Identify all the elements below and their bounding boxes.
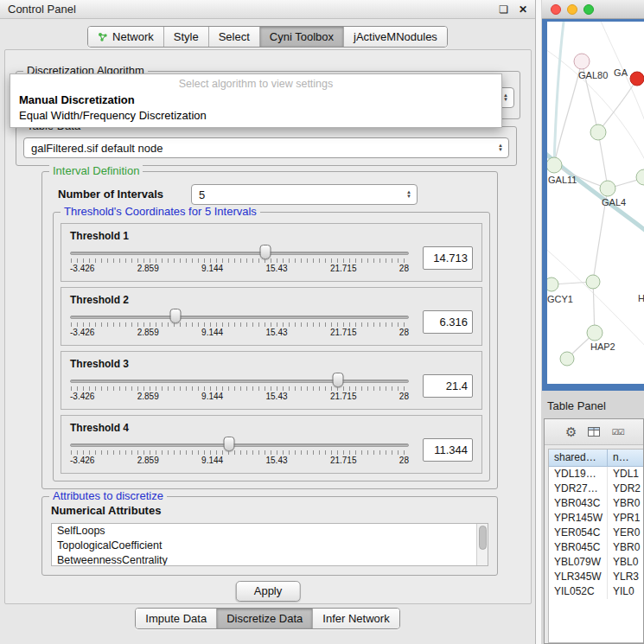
tab-select[interactable]: Select bbox=[209, 27, 260, 47]
tab-discretize-data[interactable]: Discretize Data bbox=[217, 609, 313, 628]
network-node[interactable] bbox=[600, 181, 615, 196]
dropdown-option-manual-discretization[interactable]: Manual Discretization bbox=[10, 92, 501, 108]
close-icon[interactable]: ✕ bbox=[519, 3, 527, 16]
threshold-3-value-input[interactable] bbox=[423, 374, 473, 398]
list-scrollbar[interactable] bbox=[476, 524, 488, 565]
slider-track[interactable] bbox=[70, 252, 409, 255]
table-data-value: galFiltered.sif default node bbox=[31, 142, 496, 155]
apply-button[interactable]: Apply bbox=[236, 581, 301, 602]
slider-thumb[interactable] bbox=[223, 437, 234, 451]
table-row[interactable]: YIL052CYIL0 bbox=[549, 584, 643, 599]
table-cell[interactable]: YDL19… bbox=[549, 467, 608, 481]
table-row[interactable]: YDR27…YDR2 bbox=[549, 481, 643, 496]
table-cell[interactable]: YBR045C bbox=[549, 540, 608, 555]
table-cell[interactable]: YBL079W bbox=[549, 555, 608, 570]
threshold-label: Threshold 4 bbox=[61, 416, 481, 434]
network-node[interactable] bbox=[574, 54, 590, 69]
scale-label: 21.715 bbox=[330, 456, 357, 465]
network-node[interactable] bbox=[547, 277, 558, 291]
threshold-2-value-input[interactable] bbox=[423, 310, 473, 334]
table-data-combobox[interactable]: galFiltered.sif default node ▲▼ bbox=[23, 137, 509, 158]
table-row[interactable]: YBR045CYBR0 bbox=[549, 540, 643, 555]
threshold-1-slider[interactable]: -3.4262.8599.14415.4321.71528 bbox=[70, 245, 409, 276]
table-cell[interactable]: YPR1 bbox=[608, 511, 643, 526]
dropdown-option-equal-width-frequency[interactable]: Equal Width/Frequency Discretization bbox=[10, 108, 501, 124]
number-of-intervals-combobox[interactable]: 5 ▲▼ bbox=[191, 184, 418, 205]
table-cell[interactable]: YDR2 bbox=[608, 481, 643, 496]
network-node[interactable] bbox=[587, 325, 603, 341]
zoom-button[interactable] bbox=[583, 4, 594, 15]
network-node[interactable] bbox=[636, 169, 644, 185]
columns-icon[interactable] bbox=[588, 424, 600, 440]
select-columns-icon[interactable]: ☑☑ bbox=[611, 428, 623, 437]
list-item[interactable]: SelfLoops bbox=[52, 524, 488, 539]
table-cell[interactable]: YER0 bbox=[608, 526, 643, 540]
network-node[interactable] bbox=[560, 352, 574, 366]
slider-ticks bbox=[71, 258, 408, 263]
scale-label: 28 bbox=[399, 456, 409, 465]
close-button[interactable] bbox=[551, 4, 561, 15]
table-panel-title: Table Panel bbox=[547, 399, 606, 412]
slider-thumb[interactable] bbox=[260, 245, 271, 259]
table-row[interactable]: YER054CYER0 bbox=[549, 526, 643, 540]
slider-ticks bbox=[71, 322, 408, 327]
slider-thumb[interactable] bbox=[169, 309, 181, 323]
table-row[interactable]: YBR043CYBR0 bbox=[549, 496, 643, 511]
table-cell[interactable]: YBR043C bbox=[549, 496, 608, 511]
table-cell[interactable]: YBR0 bbox=[608, 540, 643, 555]
tab-jactivemnodules[interactable]: jActiveMNodules bbox=[344, 27, 447, 47]
scale-label: 21.715 bbox=[330, 264, 357, 273]
list-item[interactable]: BetweennessCentrality bbox=[52, 553, 488, 566]
table-row[interactable]: YPR145WYPR1 bbox=[549, 511, 643, 526]
scale-label: 9.144 bbox=[201, 392, 223, 401]
table-row[interactable]: YBL079WYBL0 bbox=[549, 555, 643, 570]
tab-network[interactable]: Network bbox=[88, 27, 164, 47]
column-header-shared-name[interactable]: shared… bbox=[549, 450, 608, 466]
table-cell[interactable]: YDR27… bbox=[549, 481, 608, 496]
slider-track[interactable] bbox=[70, 316, 409, 319]
tab-label: Infer Network bbox=[322, 612, 389, 625]
minimize-button[interactable] bbox=[567, 4, 577, 15]
tab-impute-data[interactable]: Impute Data bbox=[136, 609, 217, 628]
number-of-intervals-label: Number of Intervals bbox=[58, 188, 163, 201]
list-item[interactable]: TopologicalCoefficient bbox=[52, 539, 488, 553]
table-cell[interactable]: YLR345W bbox=[549, 570, 608, 584]
scale-label: 2.859 bbox=[137, 264, 159, 273]
slider-track[interactable] bbox=[70, 443, 409, 447]
table-cell[interactable]: YBR0 bbox=[608, 496, 643, 511]
table-cell[interactable]: YPR145W bbox=[549, 511, 608, 526]
interval-definition-group: Interval Definition Number of Intervals … bbox=[41, 171, 498, 489]
tab-style[interactable]: Style bbox=[164, 27, 209, 47]
threshold-1-value-input[interactable] bbox=[423, 246, 473, 270]
tab-cyni-toolbox[interactable]: Cyni Toolbox bbox=[260, 27, 344, 47]
table-cell[interactable]: YBL0 bbox=[608, 555, 643, 570]
gear-icon[interactable]: ⚙ bbox=[565, 425, 577, 438]
network-window-titlebar bbox=[542, 0, 644, 19]
table-cell[interactable]: YLR3 bbox=[608, 570, 643, 584]
slider-track[interactable] bbox=[70, 379, 409, 383]
scrollbar-thumb[interactable] bbox=[479, 526, 487, 550]
threshold-label: Threshold 1 bbox=[61, 224, 481, 242]
float-window-icon[interactable]: ❏ bbox=[499, 3, 508, 16]
table-cell[interactable]: YDL1 bbox=[608, 467, 643, 481]
network-node[interactable] bbox=[630, 72, 644, 86]
threshold-4-value-input[interactable] bbox=[423, 438, 473, 462]
network-canvas[interactable]: GAL80GAGAL11GAL4GCY1HHAP2 bbox=[547, 22, 644, 384]
numerical-attributes-list[interactable]: SelfLoopsTopologicalCoefficientBetweenne… bbox=[51, 523, 488, 566]
tab-label: Impute Data bbox=[145, 612, 207, 625]
table-row[interactable]: YDL19…YDL1 bbox=[549, 467, 643, 481]
column-header-name[interactable]: n… bbox=[608, 450, 643, 466]
table-row[interactable]: YLR345WYLR3 bbox=[549, 570, 643, 584]
network-node[interactable] bbox=[547, 157, 562, 173]
table-cell[interactable]: YER054C bbox=[549, 526, 608, 540]
tab-infer-network[interactable]: Infer Network bbox=[313, 609, 399, 628]
threshold-4-slider[interactable]: -3.4262.8599.14415.4321.71528 bbox=[70, 437, 409, 468]
threshold-label: Threshold 3 bbox=[61, 352, 481, 370]
threshold-3-slider[interactable]: -3.4262.8599.14415.4321.71528 bbox=[70, 373, 409, 404]
table-cell[interactable]: YIL052C bbox=[549, 584, 608, 599]
threshold-2-slider[interactable]: -3.4262.8599.14415.4321.71528 bbox=[70, 309, 409, 340]
network-node[interactable] bbox=[586, 275, 600, 289]
table-cell[interactable]: YIL0 bbox=[608, 584, 643, 599]
slider-thumb[interactable] bbox=[332, 373, 343, 387]
network-node[interactable] bbox=[590, 124, 606, 140]
